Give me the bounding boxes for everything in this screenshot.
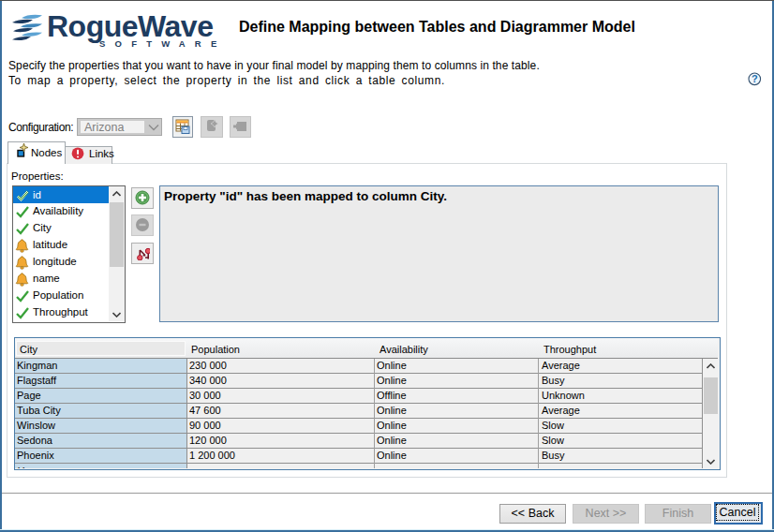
svg-text:?: ? (752, 73, 758, 84)
